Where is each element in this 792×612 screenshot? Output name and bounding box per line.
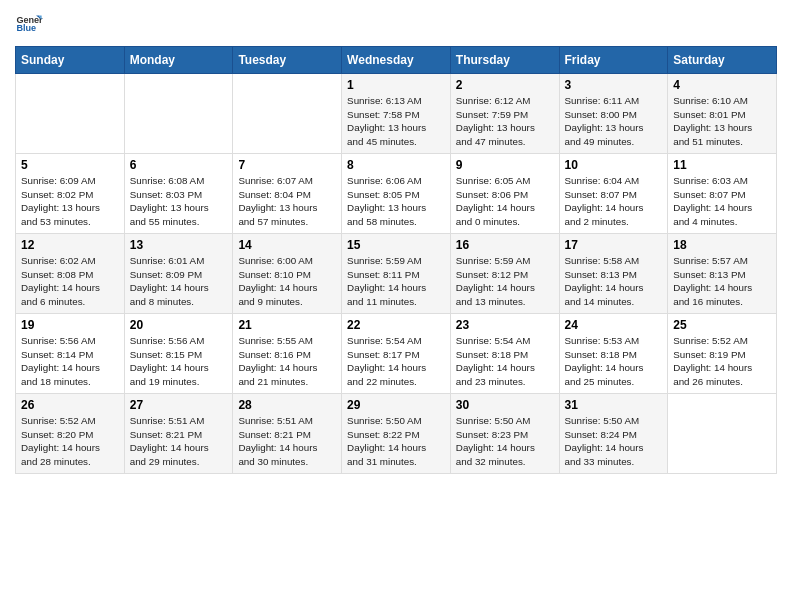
day-number: 25 — [673, 318, 771, 332]
day-number: 19 — [21, 318, 119, 332]
day-info: Sunrise: 5:51 AMSunset: 8:21 PMDaylight:… — [130, 414, 228, 469]
calendar-cell: 22Sunrise: 5:54 AMSunset: 8:17 PMDayligh… — [342, 314, 451, 394]
calendar-cell: 10Sunrise: 6:04 AMSunset: 8:07 PMDayligh… — [559, 154, 668, 234]
calendar-cell: 16Sunrise: 5:59 AMSunset: 8:12 PMDayligh… — [450, 234, 559, 314]
day-info: Sunrise: 5:58 AMSunset: 8:13 PMDaylight:… — [565, 254, 663, 309]
calendar-cell — [668, 394, 777, 474]
day-info: Sunrise: 5:52 AMSunset: 8:20 PMDaylight:… — [21, 414, 119, 469]
day-number: 28 — [238, 398, 336, 412]
calendar-cell: 24Sunrise: 5:53 AMSunset: 8:18 PMDayligh… — [559, 314, 668, 394]
day-info: Sunrise: 6:00 AMSunset: 8:10 PMDaylight:… — [238, 254, 336, 309]
calendar-table: SundayMondayTuesdayWednesdayThursdayFrid… — [15, 46, 777, 474]
day-number: 30 — [456, 398, 554, 412]
week-row-4: 19Sunrise: 5:56 AMSunset: 8:14 PMDayligh… — [16, 314, 777, 394]
calendar-cell — [233, 74, 342, 154]
day-number: 13 — [130, 238, 228, 252]
day-info: Sunrise: 5:52 AMSunset: 8:19 PMDaylight:… — [673, 334, 771, 389]
day-info: Sunrise: 5:54 AMSunset: 8:18 PMDaylight:… — [456, 334, 554, 389]
day-info: Sunrise: 6:12 AMSunset: 7:59 PMDaylight:… — [456, 94, 554, 149]
day-info: Sunrise: 5:53 AMSunset: 8:18 PMDaylight:… — [565, 334, 663, 389]
day-info: Sunrise: 5:57 AMSunset: 8:13 PMDaylight:… — [673, 254, 771, 309]
day-number: 24 — [565, 318, 663, 332]
day-info: Sunrise: 6:06 AMSunset: 8:05 PMDaylight:… — [347, 174, 445, 229]
day-number: 5 — [21, 158, 119, 172]
day-number: 1 — [347, 78, 445, 92]
calendar-cell: 25Sunrise: 5:52 AMSunset: 8:19 PMDayligh… — [668, 314, 777, 394]
day-info: Sunrise: 5:55 AMSunset: 8:16 PMDaylight:… — [238, 334, 336, 389]
calendar-cell — [16, 74, 125, 154]
page-header: General Blue — [15, 10, 777, 38]
header-sunday: Sunday — [16, 47, 125, 74]
day-info: Sunrise: 6:05 AMSunset: 8:06 PMDaylight:… — [456, 174, 554, 229]
day-number: 12 — [21, 238, 119, 252]
day-number: 20 — [130, 318, 228, 332]
day-number: 16 — [456, 238, 554, 252]
day-info: Sunrise: 5:56 AMSunset: 8:14 PMDaylight:… — [21, 334, 119, 389]
day-number: 26 — [21, 398, 119, 412]
day-info: Sunrise: 6:11 AMSunset: 8:00 PMDaylight:… — [565, 94, 663, 149]
header-thursday: Thursday — [450, 47, 559, 74]
week-row-1: 1Sunrise: 6:13 AMSunset: 7:58 PMDaylight… — [16, 74, 777, 154]
day-number: 31 — [565, 398, 663, 412]
calendar-cell: 11Sunrise: 6:03 AMSunset: 8:07 PMDayligh… — [668, 154, 777, 234]
day-number: 8 — [347, 158, 445, 172]
calendar-cell: 20Sunrise: 5:56 AMSunset: 8:15 PMDayligh… — [124, 314, 233, 394]
day-info: Sunrise: 6:10 AMSunset: 8:01 PMDaylight:… — [673, 94, 771, 149]
day-number: 23 — [456, 318, 554, 332]
calendar-cell: 31Sunrise: 5:50 AMSunset: 8:24 PMDayligh… — [559, 394, 668, 474]
calendar-cell: 30Sunrise: 5:50 AMSunset: 8:23 PMDayligh… — [450, 394, 559, 474]
day-info: Sunrise: 5:50 AMSunset: 8:22 PMDaylight:… — [347, 414, 445, 469]
calendar-cell — [124, 74, 233, 154]
svg-text:Blue: Blue — [16, 23, 36, 33]
day-info: Sunrise: 6:08 AMSunset: 8:03 PMDaylight:… — [130, 174, 228, 229]
calendar-cell: 15Sunrise: 5:59 AMSunset: 8:11 PMDayligh… — [342, 234, 451, 314]
week-row-3: 12Sunrise: 6:02 AMSunset: 8:08 PMDayligh… — [16, 234, 777, 314]
header-row: SundayMondayTuesdayWednesdayThursdayFrid… — [16, 47, 777, 74]
day-number: 4 — [673, 78, 771, 92]
header-monday: Monday — [124, 47, 233, 74]
day-number: 29 — [347, 398, 445, 412]
calendar-cell: 28Sunrise: 5:51 AMSunset: 8:21 PMDayligh… — [233, 394, 342, 474]
day-info: Sunrise: 5:50 AMSunset: 8:23 PMDaylight:… — [456, 414, 554, 469]
day-number: 11 — [673, 158, 771, 172]
day-info: Sunrise: 5:50 AMSunset: 8:24 PMDaylight:… — [565, 414, 663, 469]
day-number: 6 — [130, 158, 228, 172]
header-friday: Friday — [559, 47, 668, 74]
calendar-cell: 12Sunrise: 6:02 AMSunset: 8:08 PMDayligh… — [16, 234, 125, 314]
calendar-cell: 8Sunrise: 6:06 AMSunset: 8:05 PMDaylight… — [342, 154, 451, 234]
day-info: Sunrise: 5:51 AMSunset: 8:21 PMDaylight:… — [238, 414, 336, 469]
day-info: Sunrise: 5:59 AMSunset: 8:12 PMDaylight:… — [456, 254, 554, 309]
day-info: Sunrise: 6:07 AMSunset: 8:04 PMDaylight:… — [238, 174, 336, 229]
week-row-5: 26Sunrise: 5:52 AMSunset: 8:20 PMDayligh… — [16, 394, 777, 474]
calendar-cell: 2Sunrise: 6:12 AMSunset: 7:59 PMDaylight… — [450, 74, 559, 154]
calendar-cell: 6Sunrise: 6:08 AMSunset: 8:03 PMDaylight… — [124, 154, 233, 234]
week-row-2: 5Sunrise: 6:09 AMSunset: 8:02 PMDaylight… — [16, 154, 777, 234]
logo-icon: General Blue — [15, 10, 43, 38]
day-number: 3 — [565, 78, 663, 92]
calendar-cell: 18Sunrise: 5:57 AMSunset: 8:13 PMDayligh… — [668, 234, 777, 314]
header-tuesday: Tuesday — [233, 47, 342, 74]
calendar-cell: 14Sunrise: 6:00 AMSunset: 8:10 PMDayligh… — [233, 234, 342, 314]
calendar-body: 1Sunrise: 6:13 AMSunset: 7:58 PMDaylight… — [16, 74, 777, 474]
calendar-cell: 7Sunrise: 6:07 AMSunset: 8:04 PMDaylight… — [233, 154, 342, 234]
header-saturday: Saturday — [668, 47, 777, 74]
day-number: 17 — [565, 238, 663, 252]
calendar-cell: 3Sunrise: 6:11 AMSunset: 8:00 PMDaylight… — [559, 74, 668, 154]
calendar-cell: 27Sunrise: 5:51 AMSunset: 8:21 PMDayligh… — [124, 394, 233, 474]
calendar-cell: 26Sunrise: 5:52 AMSunset: 8:20 PMDayligh… — [16, 394, 125, 474]
day-info: Sunrise: 5:56 AMSunset: 8:15 PMDaylight:… — [130, 334, 228, 389]
calendar-cell: 13Sunrise: 6:01 AMSunset: 8:09 PMDayligh… — [124, 234, 233, 314]
logo: General Blue — [15, 10, 43, 38]
day-info: Sunrise: 6:13 AMSunset: 7:58 PMDaylight:… — [347, 94, 445, 149]
day-number: 7 — [238, 158, 336, 172]
day-number: 9 — [456, 158, 554, 172]
day-info: Sunrise: 6:01 AMSunset: 8:09 PMDaylight:… — [130, 254, 228, 309]
day-number: 22 — [347, 318, 445, 332]
day-info: Sunrise: 6:04 AMSunset: 8:07 PMDaylight:… — [565, 174, 663, 229]
day-info: Sunrise: 5:54 AMSunset: 8:17 PMDaylight:… — [347, 334, 445, 389]
day-info: Sunrise: 5:59 AMSunset: 8:11 PMDaylight:… — [347, 254, 445, 309]
day-number: 18 — [673, 238, 771, 252]
day-number: 15 — [347, 238, 445, 252]
calendar-cell: 5Sunrise: 6:09 AMSunset: 8:02 PMDaylight… — [16, 154, 125, 234]
day-info: Sunrise: 6:02 AMSunset: 8:08 PMDaylight:… — [21, 254, 119, 309]
